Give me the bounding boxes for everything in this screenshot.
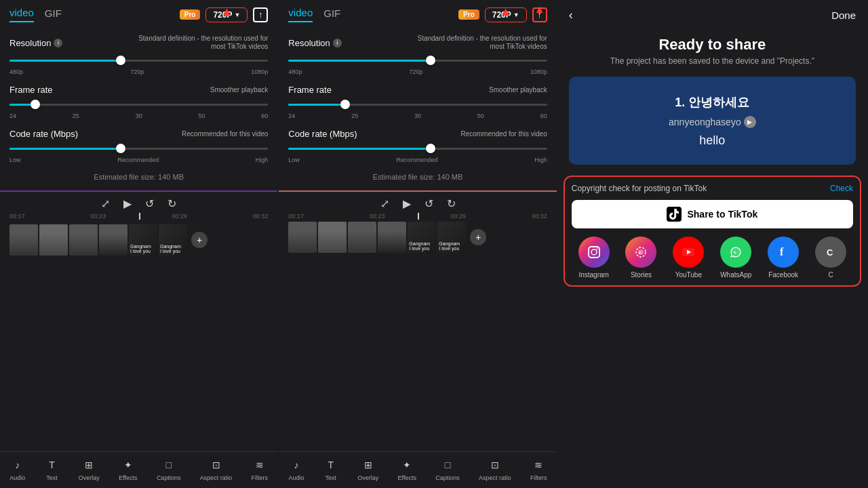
left-overlay-label: Overlay [79, 474, 100, 481]
left-bottom-toolbar: ♪ Audio T Text ⊞ Overlay ✦ Effects □ Cap… [0, 451, 277, 488]
left-resolution-info-icon[interactable]: i [54, 39, 62, 47]
left-audio-icon: ♪ [10, 458, 25, 472]
middle-coderate-slider[interactable] [288, 142, 547, 155]
left-pro-badge: Pro [180, 9, 201, 20]
left-resolution-setting: Resolution i Standard definition - the r… [9, 35, 268, 75]
left-toolbar-effects[interactable]: ✦ Effects [119, 458, 137, 481]
left-tab-gif[interactable]: GIF [45, 7, 62, 22]
left-upload-btn[interactable]: ↑ [253, 7, 268, 22]
left-play-icon[interactable]: ▶ [123, 197, 132, 210]
left-add-btn[interactable]: + [191, 232, 208, 248]
play-icon[interactable]: ▶ [744, 116, 756, 128]
back-button[interactable]: ‹ [569, 8, 573, 22]
svg-text:+: + [638, 250, 642, 256]
left-toolbar-aspect[interactable]: ⊡ Aspect ratio [200, 458, 233, 481]
left-res-720: 720p [130, 68, 144, 75]
left-thumb-2 [39, 224, 68, 256]
middle-fps-30: 30 [414, 113, 421, 119]
left-toolbar-audio[interactable]: ♪ Audio [9, 458, 25, 481]
middle-res-720: 720p [410, 68, 423, 75]
left-undo-icon[interactable]: ↺ [145, 197, 154, 210]
left-toolbar-filters[interactable]: ≋ Filters [252, 458, 269, 481]
middle-resolution-slider[interactable] [288, 54, 547, 67]
left-thumb-5: GangnamI love you [129, 224, 157, 256]
share-tiktok-button[interactable]: Share to TikTok [572, 200, 853, 228]
middle-redo-icon[interactable]: ↻ [447, 197, 456, 210]
left-file-size: Estimated file size: 140 MB [9, 173, 268, 181]
middle-crop-icon[interactable]: ⤢ [380, 197, 389, 210]
copyright-row: Copyright check for posting on TikTok Ch… [572, 184, 853, 193]
middle-playhead[interactable] [418, 213, 419, 220]
middle-framerate-label: Frame rate [288, 85, 332, 95]
middle-play-icon[interactable]: ▶ [403, 197, 411, 210]
left-res-1080: 1080p [251, 68, 268, 75]
middle-resolution-info-icon[interactable]: i [333, 39, 342, 47]
left-overlay-icon: ⊞ [81, 458, 96, 472]
more-social-item[interactable]: C C [815, 237, 846, 279]
middle-pro-badge: Pro [458, 9, 479, 20]
middle-res-1080: 1080p [530, 68, 547, 75]
middle-time-2: 00:23 [370, 213, 385, 220]
left-crop-icon[interactable]: ⤢ [101, 197, 110, 210]
left-framerate-setting: Frame rate Smoother playback 24 25 30 50… [9, 85, 268, 119]
middle-toolbar-aspect[interactable]: ⊡ Aspect ratio [479, 458, 511, 481]
middle-toolbar-filters[interactable]: ≋ Filters [530, 458, 547, 481]
check-link[interactable]: Check [830, 184, 853, 193]
middle-upload-arrow-indicator: ▲ [534, 3, 545, 16]
left-toolbar-overlay[interactable]: ⊞ Overlay [79, 458, 100, 481]
left-fps-30: 30 [136, 113, 142, 119]
instagram-icon [578, 237, 610, 268]
left-coderate-high: High [256, 157, 269, 163]
middle-toolbar-audio[interactable]: ♪ Audio [289, 458, 304, 481]
middle-toolbar-overlay[interactable]: ⊞ Overlay [357, 458, 378, 481]
whatsapp-social-item[interactable]: WhatsApp [720, 237, 751, 279]
left-coderate-slider[interactable] [9, 142, 268, 155]
middle-undo-icon[interactable]: ↺ [425, 197, 433, 210]
left-framerate-slider[interactable] [9, 98, 268, 111]
left-fps-25: 25 [73, 113, 79, 119]
middle-tab-gif[interactable]: GIF [323, 7, 340, 22]
left-toolbar-text[interactable]: T Text [45, 458, 60, 481]
middle-framerate-setting: Frame rate Smoother playback 24 25 30 50… [288, 85, 547, 119]
copyright-text: Copyright check for posting on TikTok [572, 184, 707, 193]
middle-overlay-label: Overlay [357, 474, 378, 481]
instagram-social-item[interactable]: Instagram [578, 237, 610, 279]
middle-add-btn[interactable]: + [470, 229, 486, 245]
stories-social-item[interactable]: + Stories [625, 237, 656, 279]
middle-thumb-text-2: GangnamI love you [439, 241, 465, 251]
preview-hello: hello [699, 134, 725, 148]
middle-framerate-slider[interactable] [288, 98, 547, 111]
middle-toolbar-effects[interactable]: ✦ Effects [398, 458, 416, 481]
middle-settings-area: Resolution i Standard definition - the r… [279, 28, 556, 190]
left-panel: video GIF Pro 720P ▼ ▲ ↑ [0, 0, 277, 488]
left-tab-video[interactable]: video [9, 7, 34, 22]
left-toolbar-captions[interactable]: □ Captions [157, 458, 181, 481]
left-thumb-4 [99, 224, 127, 256]
instagram-label: Instagram [578, 271, 608, 279]
middle-audio-icon: ♪ [289, 458, 304, 472]
middle-scrubber: 00:17 00:23 00:29 00:32 [279, 213, 556, 220]
left-resolution-wrapper: 720P ▼ ▲ [205, 7, 248, 22]
youtube-social-item[interactable]: YouTube [673, 237, 704, 279]
social-grid: Instagram + Stories [572, 237, 853, 279]
facebook-social-item[interactable]: f Facebook [768, 237, 799, 279]
left-settings-area: Resolution i Standard definition - the r… [0, 28, 277, 190]
left-redo-icon[interactable]: ↻ [167, 197, 176, 210]
middle-upload-btn[interactable]: ↑ ▲ [532, 7, 547, 22]
middle-toolbar-captions[interactable]: □ Captions [435, 458, 460, 481]
left-audio-label: Audio [9, 474, 25, 481]
middle-tab-video[interactable]: video [288, 7, 313, 22]
left-resolution-desc: Standard definition - the resolution use… [126, 35, 269, 51]
done-button[interactable]: Done [831, 9, 856, 21]
left-filters-label: Filters [252, 474, 269, 481]
middle-effects-label: Effects [398, 474, 416, 481]
middle-overlay-icon: ⊞ [361, 458, 376, 472]
svg-point-2 [596, 249, 597, 250]
left-thumb-6: GangnamI love you [159, 224, 187, 256]
middle-filters-label: Filters [530, 474, 547, 481]
left-captions-icon: □ [161, 458, 176, 472]
left-resolution-slider[interactable] [9, 54, 268, 67]
left-playhead[interactable] [139, 213, 140, 220]
middle-toolbar-text[interactable]: T Text [323, 458, 338, 481]
left-time-4: 00:32 [253, 213, 269, 220]
